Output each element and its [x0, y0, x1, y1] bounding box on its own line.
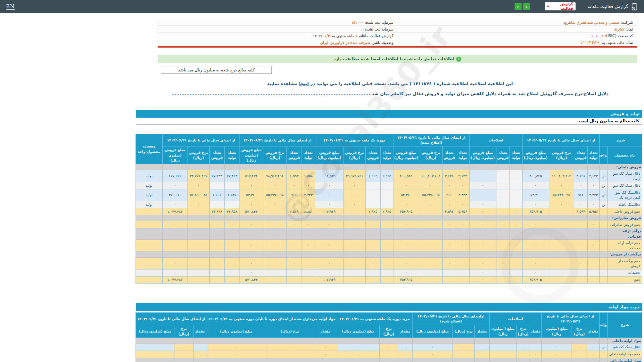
column-header: تعداد تولید	[380, 146, 393, 164]
value-cell: ۰	[263, 182, 286, 189]
section-cell	[549, 228, 574, 239]
section-cell	[263, 215, 286, 221]
section-cell	[343, 215, 365, 221]
value-cell: ۰	[522, 269, 549, 276]
value-cell: ۲,۳۲۳	[456, 189, 469, 201]
value-cell: ۰	[412, 344, 452, 351]
column-header: تعداد تولید	[224, 146, 239, 164]
value-cell	[574, 269, 588, 276]
fiscal-year-value: ۱۴۰۴/۱۲/۲۹	[580, 40, 599, 45]
value-cell: ۰	[314, 351, 337, 358]
publisher-status-row: وضعیت ناشر: پذیرفته شده در فرابورس ایران	[158, 39, 397, 46]
section-cell	[393, 228, 419, 239]
status-cell: تولید	[136, 189, 162, 201]
product-name-cell: ذغال سنگ کک شو کیفي	[608, 170, 642, 182]
value-cell	[380, 182, 393, 189]
company-label: شرکت:	[621, 20, 633, 25]
company-name-row: شرکت: صنعتي و معدني شمالشرق شاهرود	[397, 19, 637, 26]
column-header: مقدار	[474, 325, 489, 338]
value-cell: ۰	[187, 182, 209, 189]
value-cell	[263, 239, 286, 251]
product-name-cell: جمع مواد اولیه داخلی	[608, 351, 642, 358]
section-cell	[187, 251, 209, 257]
section-cell	[509, 251, 522, 257]
status-header: وضعیت محصول-واحد	[136, 134, 162, 164]
product-name-cell: تخفیفات	[608, 269, 642, 276]
section-cell	[600, 215, 608, 221]
value-cell: ۰	[380, 239, 393, 251]
value-cell: ۰	[209, 257, 224, 269]
value-cell	[574, 276, 588, 283]
value-cell: ۰	[442, 201, 456, 208]
value-cell	[549, 208, 574, 215]
previous-version-link[interactable]: اینجا	[299, 81, 309, 86]
nav-right-button[interactable]: ›	[523, 3, 530, 10]
value-cell: ۰	[588, 239, 600, 251]
section-cell	[549, 164, 574, 170]
value-cell: ۰	[442, 182, 456, 189]
section-cell	[380, 164, 393, 170]
section-cell	[266, 338, 314, 344]
value-cell	[442, 269, 456, 276]
column-header: مبلغ ( میلیون ریال)	[489, 325, 516, 338]
section-label: مواد اولیه داخلی	[608, 338, 642, 344]
section-cell	[600, 358, 608, 362]
value-cell: ۰	[542, 344, 572, 351]
section-cell	[530, 358, 542, 362]
value-cell	[549, 221, 574, 228]
section-cell	[337, 358, 379, 362]
section-cell	[419, 215, 442, 221]
capital-label: سرمایه ثبت شده:	[365, 20, 393, 25]
column-group-header: از ابتدای سال مالی تا تاریخ ۱۴۰۴/۰۵/۳۱	[542, 312, 600, 325]
section-cell	[174, 338, 193, 344]
production-sales-table: شرحاز ابتدای سال مالی تا تاریخ ۱۴۰۴/۰۵/۳…	[136, 134, 642, 284]
value-cell	[187, 221, 209, 228]
column-header: مبلغ فروش (میلیون ریال)	[469, 146, 496, 164]
column-header: تعداد فروش	[442, 146, 456, 164]
section-cell	[542, 358, 572, 362]
status-cell	[136, 239, 162, 251]
product-name-cell: جمع برگشت از فروش	[608, 257, 642, 269]
value-cell	[343, 221, 365, 228]
section-cell	[136, 338, 174, 344]
value-cell: ۰	[315, 239, 343, 251]
value-cell	[509, 201, 522, 208]
isic-value: ۱۰۱۰۰۲	[591, 34, 603, 38]
unit-cell: تن	[600, 182, 608, 189]
product-name-cell: جمع درآمد ارائه خدمات	[608, 239, 642, 251]
value-cell: ۰	[187, 201, 209, 208]
value-cell: ۰	[496, 208, 509, 215]
nav-left-button[interactable]: ‹	[515, 3, 522, 10]
column-group-header: از ابتدای سال مالی تا تاریخ ۱۴۰۳/۰۶/۳۱	[136, 312, 207, 325]
section-cell	[456, 251, 469, 257]
value-cell: ۷۸,۹۶۷,۴۹۶	[263, 170, 286, 182]
language-en-link[interactable]: EN	[6, 3, 15, 10]
value-cell: ۳,۶۲۸	[574, 170, 588, 182]
value-cell: ۰	[315, 257, 343, 269]
value-cell: ۰	[393, 269, 419, 276]
report-type-dropdown[interactable]: گزارش فعالیت ▼	[545, 2, 576, 10]
value-cell: ۰	[456, 239, 469, 251]
value-cell: ۰	[162, 201, 187, 208]
value-cell: ۰	[469, 276, 496, 283]
section-cell	[393, 251, 419, 257]
section-cell	[207, 358, 266, 362]
product-name-cell: ذغال سنگ کک شو	[608, 344, 642, 351]
column-group-header: اصلاحات	[469, 134, 522, 146]
value-cell	[343, 276, 365, 283]
column-header: نرخ فروش (ریال)	[187, 146, 209, 164]
value-cell: ۳,۶۳۳	[456, 170, 469, 182]
value-cell	[187, 208, 209, 215]
value-cell: ۰	[456, 182, 469, 189]
value-cell	[509, 257, 522, 269]
fiscal-year-row: سال مالی منتهی به: ۱۴۰۴/۱۲/۲۹	[397, 39, 637, 46]
value-cell: ۰	[393, 239, 419, 251]
section-cell	[489, 358, 516, 362]
column-header: مقدار	[398, 325, 412, 338]
value-cell: ۰	[224, 221, 239, 228]
section-cell	[549, 251, 574, 257]
column-header: مبلغ (میلیون ریال)	[542, 325, 572, 338]
section-cell	[209, 251, 224, 257]
raw-materials-table: شرحواحداز ابتدای سال مالی تا تاریخ ۱۴۰۴/…	[136, 312, 642, 362]
section-cell	[456, 164, 469, 170]
